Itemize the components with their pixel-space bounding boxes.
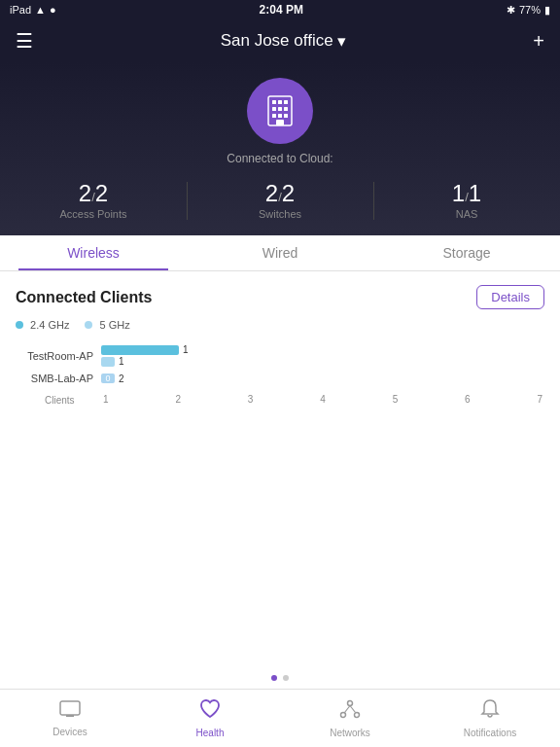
battery-label: 77% [519,4,541,16]
bar-24ghz-testroom: 1 [101,344,544,355]
site-name: San Jose office [221,31,333,51]
status-bar: iPad ▲ ● 2:04 PM ✱ 77% ▮ [0,0,560,19]
cellular-icon: ● [50,4,56,16]
hero-section: Connected to Cloud: 2/2 Access Points 2/… [0,62,560,235]
health-icon [198,698,222,726]
nav-notifications[interactable]: Notifications [420,694,560,742]
bluetooth-icon: ✱ [507,4,515,17]
dot-1 [271,675,277,681]
nav-networks-label: Networks [330,728,370,738]
bar-container-testroom: 1 1 [101,344,544,367]
stats-row: 2/2 Access Points 2/2 Switches 1/1 NAS [0,177,560,224]
svg-rect-7 [272,114,276,118]
cloud-status: Connected to Cloud: [227,152,332,165]
status-right: ✱ 77% ▮ [507,4,550,17]
x-axis: Clients 1 2 3 4 5 6 7 [16,390,544,408]
chart-row-testroom: TestRoom-AP 1 1 [16,344,544,367]
ipad-label: iPad [10,4,31,16]
nav-devices[interactable]: Devices [0,695,140,741]
x-tick-6: 6 [465,394,471,405]
notifications-icon [479,698,501,726]
svg-rect-10 [276,120,284,125]
x-tick-5: 5 [393,394,399,405]
x-tick-1: 1 [103,394,109,405]
stat-access-points: 2/2 Access Points [0,177,187,224]
bar-container-smb: 0 2 [101,374,544,384]
svg-point-14 [341,713,346,718]
wifi-icon: ▲ [35,4,46,16]
legend-5ghz: 5 GHz [85,319,129,331]
clients-chart: TestRoom-AP 1 1 SMB-Lab-AP [16,340,544,411]
tab-bar: Wireless Wired Storage [0,235,560,271]
svg-line-17 [350,706,356,713]
bar-5ghz-val-smb: 2 [119,374,124,384]
stat-ap-label: Access Points [59,208,126,220]
svg-line-16 [345,706,351,713]
nav-health-label: Health [196,728,225,738]
section-header: Connected Clients Details [16,285,544,309]
bar-5ghz-fill-testroom [101,357,115,367]
svg-point-13 [348,701,353,706]
svg-point-15 [355,713,360,718]
page-dots [0,667,560,689]
building-icon [262,92,298,129]
tab-storage[interactable]: Storage [373,235,560,270]
stat-switches: 2/2 Switches [187,177,373,224]
x-axis-spacer: Clients [16,390,101,408]
chart-label-testroom: TestRoom-AP [16,350,101,362]
x-tick-3: 3 [248,394,254,405]
app-header: ☰ San Jose office ▾ + [0,19,560,62]
menu-icon[interactable]: ☰ [16,29,33,53]
svg-rect-4 [272,107,276,111]
header-title: San Jose office ▾ [221,31,346,52]
dot-2 [283,675,289,681]
x-tick-2: 2 [175,394,181,405]
nav-notifications-label: Notifications [464,728,516,738]
devices-icon [58,699,82,725]
nav-devices-label: Devices [52,727,88,737]
tab-wireless[interactable]: Wireless [0,235,187,270]
nav-networks[interactable]: Networks [280,694,420,742]
networks-icon [338,698,362,726]
legend-24ghz: 2.4 GHz [16,319,69,331]
stat-ap-number: 2/2 [79,181,108,206]
chart-label-smb: SMB-Lab-AP [16,373,101,384]
x-tick-7: 7 [537,394,542,405]
chart-row-smb: SMB-Lab-AP 0 2 [16,373,544,384]
connected-clients-title: Connected Clients [16,289,152,306]
bottom-nav: Devices Health Networks Notifications [0,689,560,747]
svg-rect-11 [60,701,80,715]
status-time: 2:04 PM [260,3,303,17]
legend-dot-5ghz [85,321,92,329]
battery-icon: ▮ [544,4,550,17]
add-button[interactable]: + [533,30,544,53]
chart-legend: 2.4 GHz 5 GHz [16,319,544,331]
stat-sw-label: Switches [259,208,301,220]
details-button[interactable]: Details [476,285,544,309]
stat-nas-label: NAS [456,208,478,220]
svg-rect-1 [272,100,276,104]
bar-5ghz-val-testroom: 1 [119,356,124,367]
building-icon-circle [247,78,313,144]
x-axis-labels: 1 2 3 4 5 6 7 [101,394,544,405]
svg-rect-12 [66,715,74,717]
bar-24ghz-val-testroom: 1 [183,344,189,355]
tab-wired[interactable]: Wired [187,235,373,270]
tab-content: Connected Clients Details 2.4 GHz 5 GHz … [0,271,560,667]
wireless-content: Connected Clients Details 2.4 GHz 5 GHz … [0,271,560,425]
stat-nas: 1/1 NAS [373,177,560,224]
svg-rect-5 [278,107,282,111]
svg-rect-9 [284,114,288,118]
bar-24ghz-zero-smb: 0 [101,374,115,383]
bar-5ghz-testroom: 1 [101,356,544,367]
x-tick-4: 4 [320,394,326,405]
nav-health[interactable]: Health [140,694,280,742]
main-area: Connected to Cloud: 2/2 Access Points 2/… [0,62,560,689]
svg-rect-3 [284,100,288,104]
dropdown-icon[interactable]: ▾ [337,31,346,52]
bar-24ghz-smb: 0 2 [101,374,544,384]
svg-rect-2 [278,100,282,104]
legend-dot-24ghz [16,321,23,329]
svg-rect-6 [284,107,288,111]
stat-nas-number: 1/1 [452,181,481,206]
